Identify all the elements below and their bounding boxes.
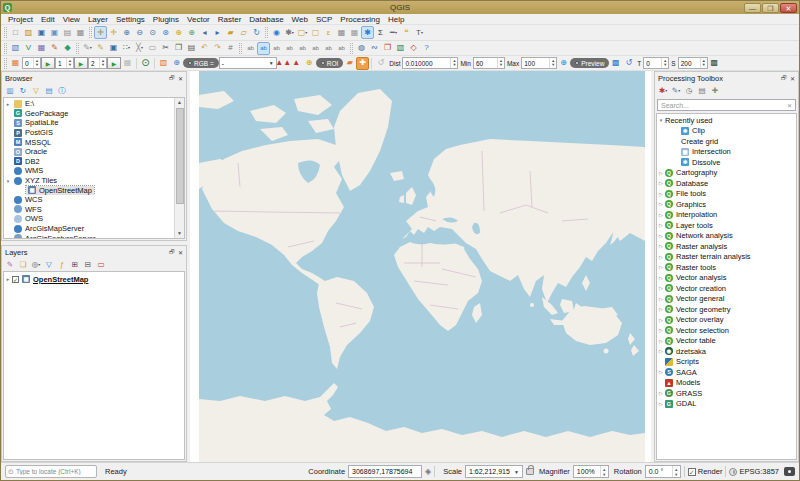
new-shapefile-layer-button[interactable]: ✎ xyxy=(48,42,61,55)
scp-band-red-spinner[interactable]: 0▲▼ xyxy=(22,57,41,69)
browser-tree-item[interactable]: M MSSQL xyxy=(4,137,184,147)
scp-documentation-button[interactable]: ❐ xyxy=(381,42,394,55)
add-vector-layer-button[interactable]: V xyxy=(22,42,35,55)
expander-icon[interactable]: ▷ xyxy=(657,275,665,281)
render-checkbox[interactable]: ✓ xyxy=(688,468,696,476)
highlight-labels-button[interactable]: ab xyxy=(257,42,270,55)
processing-tree-item[interactable]: ▷ Q File tools xyxy=(657,189,796,200)
measure-line-button[interactable]: ━ xyxy=(387,26,400,39)
scp-apply-blue-button[interactable]: ▶ xyxy=(107,57,121,69)
expander-icon[interactable]: ▷ xyxy=(657,222,665,228)
map-canvas[interactable] xyxy=(190,71,651,462)
scp-band-green-spinner[interactable]: 1▲▼ xyxy=(55,57,74,69)
menu-item[interactable]: Raster xyxy=(214,14,246,25)
browser-tree-item[interactable]: ArcGisFeatureServer xyxy=(4,233,184,239)
pan-map-button[interactable]: ✛ xyxy=(94,26,107,39)
browser-tree-item[interactable]: WFS xyxy=(4,205,184,215)
scp-dist-spinner[interactable]: 0.010000▲▼ xyxy=(402,57,458,69)
processing-tree-item[interactable]: ▷ Q Vector overlay xyxy=(657,315,796,326)
browser-tree-item[interactable]: ArcGisMapServer xyxy=(4,224,184,234)
maximize-button[interactable]: ❐ xyxy=(762,3,779,13)
layer-labeling-button[interactable]: ab xyxy=(244,42,257,55)
spinner-arrows-icon[interactable]: ▲▼ xyxy=(700,58,707,68)
scrollbar-thumb[interactable] xyxy=(176,108,184,204)
undo-button[interactable]: ↶ xyxy=(198,42,211,55)
add-group-button[interactable]: ❏ xyxy=(17,259,29,271)
browser-tree-item[interactable]: D DB2 xyxy=(4,157,184,167)
field-calculator-button[interactable]: ▦ xyxy=(348,26,361,39)
browser-tree-item[interactable]: ▦ OpenStreetMap xyxy=(4,185,184,195)
scp-max-spinner[interactable]: 100▲▼ xyxy=(521,57,557,69)
float-panel-icon[interactable]: 🗗 xyxy=(169,75,175,82)
scp-stretch-cumulative-button[interactable]: ▲▲ xyxy=(277,57,290,70)
zoom-in-button[interactable]: ⊕ xyxy=(120,26,133,39)
browser-tree-item[interactable]: O Oracle xyxy=(4,147,184,157)
processing-tree-item[interactable]: ▷ Q Cartography xyxy=(657,168,796,179)
scp-rgb-toggle[interactable]: RGB = xyxy=(183,58,219,68)
coordinate-field[interactable]: 3068697,17875694 xyxy=(348,465,422,478)
show-bookmarks-button[interactable]: ▱ xyxy=(237,26,250,39)
browser-tree-item[interactable]: WMS xyxy=(4,166,184,176)
map-tips-button[interactable]: ❝ xyxy=(400,26,413,39)
rotation-spinner[interactable]: 0.0 °▲▼ xyxy=(645,465,681,478)
open-project-button[interactable]: ▨ xyxy=(22,26,35,39)
show-hide-labels-button[interactable]: ab xyxy=(283,42,296,55)
menu-item[interactable]: View xyxy=(59,14,84,25)
float-panel-icon[interactable]: 🗗 xyxy=(169,249,175,256)
save-layer-edits-button[interactable]: ▣ xyxy=(107,42,120,55)
select-features-button[interactable]: ▢ xyxy=(296,26,309,39)
expander-icon[interactable]: ▷ xyxy=(657,327,665,333)
processing-tree-item[interactable]: ▷ Q Layer tools xyxy=(657,220,796,231)
expander-icon[interactable]: ▷ xyxy=(657,285,665,291)
menu-item[interactable]: Database xyxy=(245,14,287,25)
scp-rgb-combo[interactable]: -▼ xyxy=(219,57,277,69)
layer-row-openstreetmap[interactable]: ▸ ✓ ▦ OpenStreetMap xyxy=(4,272,184,284)
collapse-all-button[interactable]: ▤ xyxy=(43,85,55,97)
text-annotation-button[interactable]: T xyxy=(413,26,426,39)
save-project-button[interactable]: ▣ xyxy=(35,26,48,39)
zoom-to-layer-button[interactable]: ⊕ xyxy=(185,26,198,39)
scp-zoom-roi-button[interactable]: ⊕ xyxy=(303,57,316,70)
clear-search-icon[interactable]: ✕ xyxy=(784,102,795,109)
expander-icon[interactable]: ▷ xyxy=(657,338,665,344)
menu-item[interactable]: Processing xyxy=(336,14,384,25)
processing-toolbox-button[interactable]: ✱ xyxy=(361,26,374,39)
scp-apply-red-button[interactable]: ▶ xyxy=(41,57,55,69)
move-label-button[interactable]: ab xyxy=(296,42,309,55)
scp-band-blue-spinner[interactable]: 2▲▼ xyxy=(88,57,107,69)
menu-item[interactable]: Plugins xyxy=(149,14,183,25)
spinner-arrows-icon[interactable]: ▲▼ xyxy=(600,466,608,477)
spinner-arrows-icon[interactable]: ▲▼ xyxy=(672,466,680,477)
statistical-summary-button[interactable]: Σ xyxy=(374,26,387,39)
processing-tree-item[interactable]: ▷ Q Database xyxy=(657,178,796,189)
expander-icon[interactable]: ▷ xyxy=(657,180,665,186)
processing-tree-item[interactable]: ▷ Q Vector selection xyxy=(657,325,796,336)
browser-tree-item[interactable]: ▾ XYZ Tiles xyxy=(4,176,184,186)
expander-icon[interactable]: ▷ xyxy=(657,264,665,270)
spinner-arrows-icon[interactable]: ▲▼ xyxy=(549,58,556,68)
scp-bandset-button[interactable]: ▦ xyxy=(9,57,22,70)
paste-features-button[interactable]: ▤ xyxy=(185,42,198,55)
toolbar-handle[interactable] xyxy=(350,43,353,54)
metasearch-button[interactable]: ◍ xyxy=(355,42,368,55)
processing-history-button[interactable]: ◷ xyxy=(683,85,695,97)
close-button[interactable]: ✕ xyxy=(780,3,797,13)
browser-tree-item[interactable]: P PostGIS xyxy=(4,128,184,138)
vertex-tool-button[interactable]: ╳ xyxy=(133,42,146,55)
processing-options-button[interactable]: ✚ xyxy=(709,85,721,97)
scp-roi-button[interactable]: ◇ xyxy=(407,42,420,55)
browser-tree-item[interactable]: G GeoPackage xyxy=(4,109,184,119)
save-project-as-button[interactable]: ▣ xyxy=(48,26,61,39)
processing-search-input[interactable] xyxy=(658,102,784,109)
toolbar-handle[interactable] xyxy=(76,43,79,54)
spinner-arrows-icon[interactable]: ▲▼ xyxy=(661,58,668,68)
toggle-editing-button[interactable]: ✎ xyxy=(94,42,107,55)
browser-tree-item[interactable]: OWS xyxy=(4,214,184,224)
processing-tree-item[interactable]: ▷ G GRASS xyxy=(657,388,796,399)
processing-tree-item[interactable]: ▷ Q Raster analysis xyxy=(657,241,796,252)
lock-scale-icon[interactable] xyxy=(526,468,534,475)
menu-item[interactable]: Vector xyxy=(183,14,214,25)
spinner-arrows-icon[interactable]: ▲▼ xyxy=(497,58,504,68)
expand-all-button[interactable]: ⊞ xyxy=(69,259,81,271)
add-selected-layers-button[interactable]: ▥ xyxy=(4,85,16,97)
